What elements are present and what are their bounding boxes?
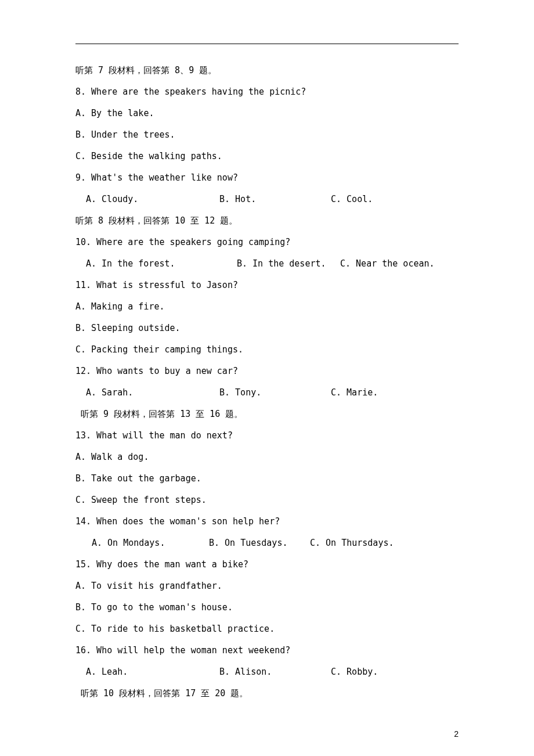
- q13-option-b-text: B. Take out the garbage.: [75, 473, 201, 484]
- q9-stem: 9. What's the weather like now?: [75, 174, 459, 182]
- q16-option-c: C. Robby.: [331, 668, 378, 676]
- q10-option-c: C. Near the ocean.: [340, 260, 435, 268]
- q8-option-b: B. Under the trees.: [75, 131, 459, 139]
- q10-option-b: B. In the desert.: [237, 260, 340, 268]
- q13-stem: 13. What will the man do next?: [75, 431, 459, 440]
- q14-option-a: A. On Mondays.: [92, 539, 209, 548]
- q12-option-c: C. Marie.: [331, 388, 378, 397]
- q9-option-c: C. Cool.: [331, 195, 373, 204]
- q11-option-b: B. Sleeping outside.: [75, 324, 459, 333]
- q12-option-b: B. Tony.: [219, 388, 331, 397]
- q11-option-c: C. Packing their camping things.: [75, 345, 459, 354]
- q15-stem: 15. Why does the man want a bike?: [75, 560, 459, 569]
- q9-option-a: A. Cloudy.: [86, 195, 219, 204]
- q15-option-c-text: C. To ride to his basketball practice.: [75, 624, 275, 634]
- q16-stem: 16. Who will help the woman next weekend…: [75, 646, 459, 655]
- q12-option-a: A. Sarah.: [86, 388, 219, 397]
- q13-option-a: A. Walk a dog.: [75, 453, 459, 462]
- q15-option-a: A. To visit his grandfather.: [75, 582, 459, 591]
- q8-option-c-text: C. Beside the walking paths.: [75, 151, 222, 161]
- q8-option-a: A. By the lake.: [75, 109, 459, 118]
- q15-option-a-text: A. To visit his grandfather.: [75, 581, 222, 591]
- q10-options-row: A. In the forest. B. In the desert. C. N…: [75, 260, 459, 268]
- q8-option-a-text: A. By the lake.: [75, 108, 154, 118]
- q11-option-a-text: A. Making a fire.: [75, 301, 165, 312]
- q11-option-c-text: C. Packing their camping things.: [75, 344, 243, 355]
- q10-stem: 10. Where are the speakers going camping…: [75, 238, 459, 247]
- q13-option-b: B. Take out the garbage.: [75, 474, 459, 483]
- q14-stem: 14. When does the woman's son help her?: [75, 517, 459, 526]
- q10-option-a: A. In the forest.: [86, 260, 237, 268]
- q8-option-b-text: B. Under the trees.: [75, 129, 175, 140]
- q12-stem: 12. Who wants to buy a new car?: [75, 367, 459, 376]
- q11-option-b-text: B. Sleeping outside.: [75, 323, 181, 333]
- section-7-header: 听第 7 段材料，回答第 8、9 题。: [75, 66, 459, 75]
- q16-options-row: A. Leah. B. Alison. C. Robby.: [75, 668, 459, 676]
- q12-options-row: A. Sarah. B. Tony. C. Marie.: [75, 388, 459, 397]
- page-container: 听第 7 段材料，回答第 8、9 题。 8. Where are the spe…: [0, 0, 534, 756]
- section-9-header: 听第 9 段材料，回答第 13 至 16 题。: [75, 410, 459, 419]
- page-top-divider: [75, 44, 459, 44]
- q13-option-c-text: C. Sweep the front steps.: [75, 495, 207, 505]
- q8-stem: 8. Where are the speakers having the pic…: [75, 88, 459, 96]
- q13-option-c: C. Sweep the front steps.: [75, 496, 459, 505]
- q8-option-c: C. Beside the walking paths.: [75, 152, 459, 161]
- q11-option-a: A. Making a fire.: [75, 303, 459, 311]
- q14-option-c: C. On Thursdays.: [310, 539, 394, 548]
- q16-option-b: B. Alison.: [219, 668, 331, 676]
- q9-option-b: B. Hot.: [219, 195, 331, 204]
- page-number: 2: [454, 729, 459, 739]
- section-10-header: 听第 10 段材料，回答第 17 至 20 题。: [75, 689, 459, 698]
- section-8-header: 听第 8 段材料，回答第 10 至 12 题。: [75, 217, 459, 225]
- q15-option-b-text: B. To go to the woman's house.: [75, 602, 233, 613]
- q9-options-row: A. Cloudy. B. Hot. C. Cool.: [75, 195, 459, 204]
- q11-stem: 11. What is stressful to Jason?: [75, 281, 459, 290]
- q13-option-a-text: A. Walk a dog.: [75, 452, 149, 462]
- q14-options-row: A. On Mondays. B. On Tuesdays. C. On Thu…: [75, 539, 459, 548]
- q15-option-c: C. To ride to his basketball practice.: [75, 625, 459, 633]
- q15-option-b: B. To go to the woman's house.: [75, 603, 459, 612]
- q14-option-b: B. On Tuesdays.: [209, 539, 310, 548]
- q16-option-a: A. Leah.: [86, 668, 219, 676]
